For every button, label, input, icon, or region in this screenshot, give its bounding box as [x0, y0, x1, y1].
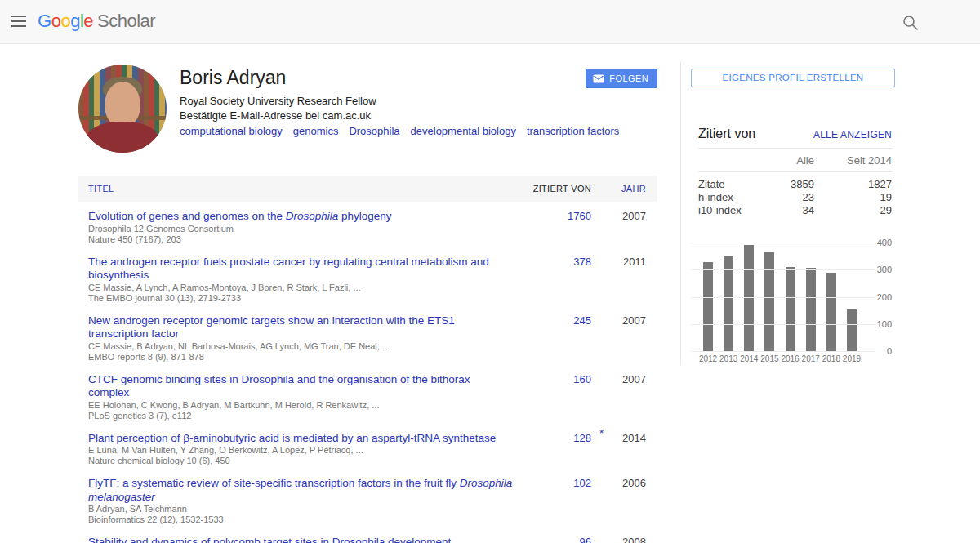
- stat-value-since: 1827: [814, 178, 892, 190]
- chart-bar[interactable]: [786, 267, 795, 351]
- interest-link[interactable]: genomics: [293, 125, 339, 137]
- publication-row: Plant perception of β-aminobutyric acid …: [78, 424, 657, 470]
- logo-google: Google: [38, 11, 93, 31]
- stat-row: i10-index3429: [698, 203, 892, 216]
- profile-verified-email: Bestätigte E-Mail-Adresse bei cam.ac.uk: [180, 109, 371, 122]
- scholar-logo[interactable]: GoogleScholar: [38, 11, 155, 32]
- publication-venue: Nature 450 (7167), 203: [88, 234, 513, 245]
- citation-count-link[interactable]: 245: [573, 314, 591, 327]
- stat-value-all: 3859: [764, 178, 814, 190]
- citation-count-link[interactable]: 378: [573, 256, 591, 268]
- chart-bar[interactable]: [703, 262, 713, 351]
- publication-row: CTCF genomic binding sites in Drosophila…: [78, 365, 657, 424]
- stat-label: h-index: [698, 191, 764, 203]
- publication-row: Evolution of genes and genomes on the Dr…: [78, 202, 657, 247]
- publication-venue: PLoS genetics 3 (7), e112: [88, 411, 513, 421]
- stat-label: Zitate: [698, 178, 764, 190]
- publication-row: New androgen receptor genomic targets sh…: [78, 306, 657, 365]
- chart-x-label: 2014: [739, 354, 759, 363]
- publication-authors: E Luna, M Van Hulten, Y Zhang, O Berkowi…: [88, 445, 513, 456]
- stat-row: Zitate38591827: [698, 177, 892, 190]
- chart-bar[interactable]: [826, 273, 836, 351]
- chart-gridline: [691, 269, 875, 270]
- chart-bar[interactable]: [744, 245, 754, 351]
- publications-list: Evolution of genes and genomes on the Dr…: [78, 202, 657, 543]
- publication-year: 2007: [622, 373, 646, 385]
- citation-count-link[interactable]: 128: [573, 432, 591, 444]
- profile-interest-list: computational biologygenomicsDrosophilad…: [180, 125, 619, 137]
- citation-count-link[interactable]: 160: [573, 373, 591, 385]
- stats-col-all: Alle: [764, 154, 814, 167]
- publication-title-link[interactable]: FlyTF: a systematic review of site-speci…: [88, 477, 513, 504]
- stat-row: h-index2319: [698, 190, 892, 203]
- chart-bar[interactable]: [806, 268, 816, 351]
- publication-title-link[interactable]: Plant perception of β-aminobutyric acid …: [88, 432, 513, 446]
- publication-venue: Nature chemical biology 10 (6), 450: [88, 456, 513, 466]
- stat-value-all: 23: [764, 191, 814, 203]
- publication-venue: EMBO reports 8 (9), 871-878: [88, 352, 513, 363]
- chart-x-label: 2015: [760, 354, 779, 363]
- publication-title-link[interactable]: Stability and dynamics of polycomb targe…: [88, 536, 513, 543]
- chart-x-label: 2016: [781, 354, 800, 363]
- top-app-bar: GoogleScholar: [0, 0, 980, 44]
- chart-ytick-label: 0: [867, 346, 892, 356]
- publication-authors: CE Massie, B Adryan, NL Barbosa-Morais, …: [88, 341, 513, 352]
- citation-stats-table: Zitate38591827h-index2319i10-index3429: [698, 177, 892, 216]
- create-own-profile-button[interactable]: EIGENES PROFIL ERSTELLEN: [691, 69, 895, 87]
- search-icon[interactable]: [902, 14, 920, 32]
- stat-value-since: 29: [814, 204, 892, 216]
- publication-row: Stability and dynamics of polycomb targe…: [78, 527, 657, 543]
- avatar: [78, 65, 167, 153]
- interest-link[interactable]: computational biology: [180, 125, 283, 137]
- chart-ytick-label: 400: [867, 238, 892, 247]
- publication-year: 2008: [622, 536, 646, 543]
- publication-year: 2007: [622, 314, 646, 327]
- citation-count-link[interactable]: 102: [573, 477, 591, 489]
- stats-col-since: Seit 2014: [814, 154, 892, 167]
- publication-title-link[interactable]: Evolution of genes and genomes on the Dr…: [88, 210, 513, 224]
- interest-link[interactable]: transcription factors: [527, 125, 619, 137]
- interest-link[interactable]: Drosophila: [349, 125, 399, 137]
- publication-authors: EE Holohan, C Kwong, B Adryan, M Bartkuh…: [88, 400, 513, 411]
- publication-title-link[interactable]: The androgen receptor fuels prostate can…: [88, 256, 513, 283]
- publication-year: 2007: [622, 210, 646, 222]
- chart-x-label: 2018: [822, 354, 841, 363]
- publication-year: 2006: [622, 477, 646, 489]
- follow-button-label: FOLGEN: [609, 73, 648, 83]
- publication-authors: Drosophila 12 Genomes Consortium: [88, 224, 513, 234]
- publication-year: 2014: [622, 432, 646, 444]
- chart-bar[interactable]: [764, 252, 774, 351]
- chart-ytick-label: 100: [867, 319, 892, 329]
- chart-gridline: [691, 243, 875, 243]
- starred-indicator: *: [599, 427, 604, 439]
- chart-gridline: [691, 351, 875, 352]
- citation-count-link[interactable]: 96: [580, 536, 591, 543]
- stat-label: i10-index: [698, 204, 764, 216]
- content-sidebar-divider: [680, 61, 681, 364]
- publication-title-link[interactable]: New androgen receptor genomic targets sh…: [88, 314, 513, 341]
- publication-title-link[interactable]: CTCF genomic binding sites in Drosophila…: [88, 373, 513, 400]
- chart-gridline: [691, 297, 875, 298]
- chart-gridline: [691, 324, 875, 325]
- chart-x-label: 2012: [698, 354, 718, 363]
- chart-x-label: 2013: [719, 354, 738, 363]
- publication-authors: CE Massie, A Lynch, A Ramos-Montoya, J B…: [88, 283, 513, 293]
- sort-by-year-header[interactable]: JAHR: [621, 184, 646, 194]
- publication-venue: Bioinformatics 22 (12), 1532-1533: [88, 514, 513, 525]
- chart-ytick-label: 200: [867, 292, 892, 302]
- citations-sidebar: EIGENES PROFIL ERSTELLEN Zitiert von ALL…: [691, 69, 895, 526]
- sort-by-title-header[interactable]: TITEL: [88, 184, 114, 194]
- publication-row: The androgen receptor fuels prostate can…: [78, 247, 657, 306]
- follow-button[interactable]: FOLGEN: [586, 69, 657, 88]
- menu-icon[interactable]: [11, 16, 26, 29]
- citation-count-link[interactable]: 1760: [568, 210, 591, 222]
- publication-venue: The EMBO journal 30 (13), 2719-2733: [88, 293, 513, 304]
- stat-value-all: 34: [764, 204, 814, 216]
- chart-bar[interactable]: [847, 309, 857, 351]
- publication-row: FlyTF: a systematic review of site-speci…: [78, 469, 657, 527]
- stat-value-since: 19: [814, 191, 892, 203]
- view-all-link[interactable]: ALLE ANZEIGEN: [813, 129, 892, 140]
- profile-name: Boris Adryan: [180, 67, 286, 89]
- publication-year: 2011: [623, 256, 646, 268]
- interest-link[interactable]: developmental biology: [411, 125, 516, 137]
